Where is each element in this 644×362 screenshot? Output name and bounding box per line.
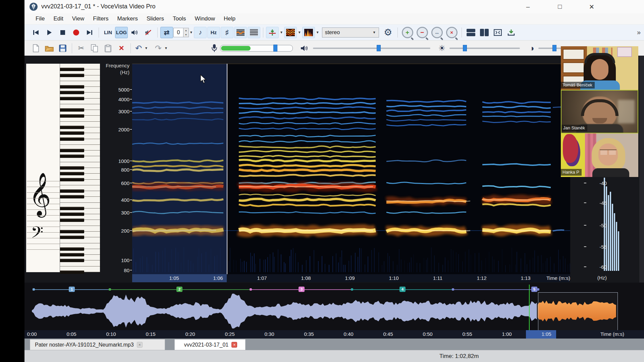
loop-dropdown-icon[interactable]: ▼ [190, 31, 193, 34]
log-scale-button[interactable]: LOG [115, 27, 128, 38]
piano-black-key[interactable] [60, 137, 84, 141]
zoom-out-icon[interactable]: − [417, 27, 428, 38]
waveform-selection[interactable] [538, 292, 618, 330]
channel-mode-select[interactable]: stereo ▼ [322, 27, 379, 38]
waveform-panel[interactable]: 12345 Time (m:s) 0:000:050:100:150:200:2… [24, 283, 644, 339]
piano-black-key[interactable] [60, 259, 84, 262]
split-vertical-button[interactable] [478, 27, 491, 38]
piano-black-key[interactable] [60, 172, 84, 175]
menu-item-window[interactable]: Window [191, 13, 219, 24]
zoom-reset-icon[interactable]: × [446, 27, 458, 38]
spinner-down-icon[interactable]: ▼ [183, 33, 189, 37]
piano-black-key[interactable] [60, 114, 84, 118]
piano-black-key[interactable] [60, 149, 84, 152]
snap-dropdown-icon[interactable]: ▼ [280, 31, 283, 34]
piano-black-key[interactable] [60, 189, 84, 193]
delete-icon[interactable]: × [115, 43, 128, 54]
piano-black-key[interactable] [60, 253, 84, 256]
record-button[interactable] [70, 27, 83, 38]
spectrum-peaks-button[interactable] [302, 27, 315, 38]
piano-black-key[interactable] [60, 270, 84, 274]
tab-close-icon[interactable]: × [137, 342, 143, 348]
brightness-slider-handle[interactable] [463, 45, 467, 51]
save-file-button[interactable] [56, 43, 69, 54]
tab-vvv2021[interactable]: vvv2021-03-17_01 × [174, 339, 246, 350]
spinner-up-icon[interactable]: ▲ [183, 28, 189, 33]
marker-flag-5[interactable]: 5 [531, 287, 537, 292]
zoom-fit-width-icon[interactable]: ↔ [431, 27, 443, 38]
marker-dot[interactable] [109, 288, 111, 291]
video-tile-1[interactable]: Tomáš Beníček [561, 46, 638, 90]
tab-pater-noster[interactable]: Pater noster-AYA-191012_Neumarkt.mp3 × [30, 339, 165, 350]
piano-black-key[interactable] [60, 131, 84, 135]
piano-keyboard[interactable] [60, 64, 100, 272]
spectrum-view-button[interactable] [234, 27, 247, 38]
piano-black-key[interactable] [60, 207, 84, 210]
menu-item-sliders[interactable]: Sliders [142, 13, 168, 24]
piano-black-key[interactable] [60, 85, 84, 88]
piano-black-key[interactable] [60, 108, 84, 112]
video-call-overlay[interactable]: Tomáš BeníčekJan StaněkHanka P [561, 46, 638, 177]
marker-dot[interactable] [452, 288, 454, 291]
piano-black-key[interactable] [60, 213, 84, 216]
redo-icon[interactable]: ↷ [153, 43, 163, 54]
export-download-button[interactable] [505, 27, 518, 38]
mute-icon[interactable] [142, 27, 155, 38]
redo-dropdown-icon[interactable]: ▼ [164, 46, 168, 50]
piano-black-key[interactable] [60, 97, 84, 100]
note-display-button[interactable]: ♪ [194, 27, 207, 38]
piano-black-key[interactable] [60, 236, 84, 239]
piano-black-key[interactable] [60, 219, 84, 222]
piano-black-key[interactable] [60, 247, 84, 251]
lines-view-button[interactable] [248, 27, 260, 38]
menu-item-tools[interactable]: Tools [168, 13, 191, 24]
zoom-in-icon[interactable]: + [402, 27, 413, 38]
loop-count-spinner[interactable]: 0 ▲▼ [173, 28, 189, 37]
marker-dot[interactable] [537, 288, 539, 291]
hz-display-button[interactable]: Hz [207, 27, 220, 38]
piano-black-key[interactable] [60, 126, 84, 129]
peaks-dropdown-icon[interactable]: ▼ [316, 31, 319, 34]
piano-black-key[interactable] [60, 74, 84, 77]
linear-scale-button[interactable]: LIN [102, 27, 114, 38]
vertical-scrollbar[interactable] [639, 56, 644, 283]
video-tile-3[interactable]: Hanka P [561, 133, 638, 177]
volume-slider[interactable] [313, 48, 430, 49]
piano-black-key[interactable] [60, 230, 84, 233]
mic-level-handle[interactable] [273, 45, 277, 52]
contrast-slider-handle[interactable] [552, 45, 556, 51]
loop-mode-button[interactable]: ⇄ [160, 27, 173, 38]
toolbar-overflow-icon[interactable]: » [637, 28, 641, 36]
speaker-icon[interactable] [128, 27, 141, 38]
piano-black-key[interactable] [60, 195, 84, 198]
piano-black-key[interactable] [60, 68, 84, 71]
stop-button[interactable] [56, 27, 69, 38]
video-tile-2[interactable]: Jan Staněk [561, 90, 638, 133]
minimize-button[interactable]: – [518, 0, 538, 13]
split-horizontal-button[interactable] [465, 27, 477, 38]
marker-dot[interactable] [33, 288, 35, 291]
menu-item-edit[interactable]: Edit [49, 13, 67, 24]
marker-flag-3[interactable]: 3 [299, 287, 305, 292]
play-button[interactable] [43, 27, 56, 38]
tab-close-icon[interactable]: × [231, 342, 237, 348]
settings-gear-icon[interactable]: ⚙ [381, 27, 395, 38]
paste-icon[interactable] [102, 43, 114, 54]
undo-dropdown-icon[interactable]: ▼ [145, 46, 148, 50]
copy-icon[interactable] [88, 43, 101, 54]
skip-start-button[interactable] [30, 27, 42, 38]
menu-item-view[interactable]: View [68, 13, 89, 24]
brightness-slider[interactable] [449, 48, 520, 49]
titlebar[interactable]: vvv2021-03-17_01 * - VoceVista Video Pro… [24, 0, 644, 13]
spectrogram-style-dropdown-icon[interactable]: ▼ [298, 31, 301, 34]
fullscreen-button[interactable] [491, 27, 504, 38]
piano-black-key[interactable] [60, 155, 84, 158]
marker-dot[interactable] [351, 288, 353, 291]
piano-black-key[interactable] [60, 166, 84, 170]
new-file-button[interactable] [30, 43, 42, 54]
piano-black-key[interactable] [60, 91, 84, 94]
skip-end-button[interactable] [83, 27, 96, 38]
marker-flag-4[interactable]: 4 [399, 287, 406, 292]
snap-to-line-button[interactable] [266, 27, 279, 38]
volume-slider-handle[interactable] [377, 45, 381, 51]
